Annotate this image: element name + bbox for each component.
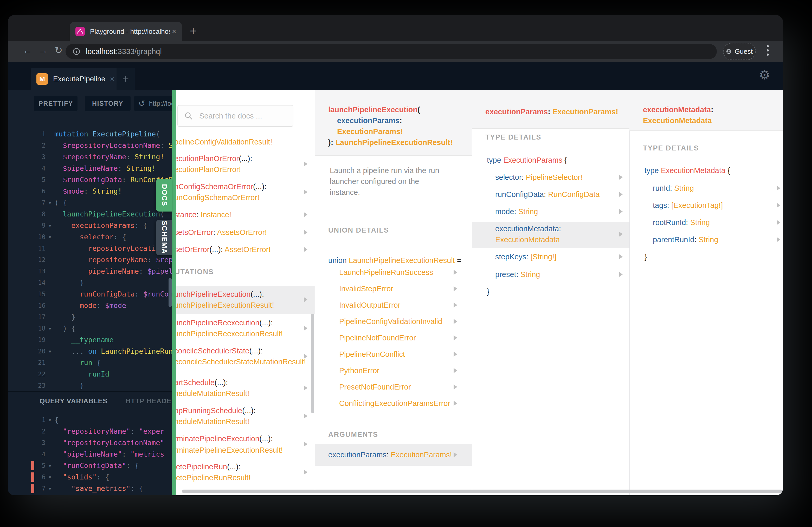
forward-icon[interactable]: → xyxy=(39,45,48,56)
fold-caret-icon[interactable]: ▾ xyxy=(45,474,54,480)
expand-arrow-icon[interactable] xyxy=(454,368,457,373)
expand-arrow-icon[interactable] xyxy=(619,192,623,197)
code-line[interactable]: 11 repositoryLocationName: $repositoryLo… xyxy=(8,243,172,254)
code-line[interactable]: 23 } xyxy=(8,380,172,391)
docs-item[interactable]: parentRunId: String xyxy=(653,234,719,245)
docs-item[interactable]: opRunningSchedule(...): xyxy=(176,405,256,416)
expand-arrow-icon[interactable] xyxy=(454,452,457,457)
docs-item[interactable]: type ExecutionParams { xyxy=(487,155,567,166)
variables-editor[interactable]: 1▾{2 "repositoryName": "exper3 "reposito… xyxy=(8,410,172,494)
docs-item[interactable]: PipelineNotFoundError xyxy=(339,332,416,343)
code-line[interactable]: 2 $repositoryLocationName: String! xyxy=(8,140,172,151)
new-session-button[interactable]: + xyxy=(117,68,135,90)
expand-arrow-icon[interactable] xyxy=(619,272,623,277)
code-line[interactable]: 6 $mode: String! xyxy=(8,185,172,197)
docs-item[interactable]: letePipelineRun(...): xyxy=(176,461,241,472)
expand-arrow-icon[interactable] xyxy=(777,185,780,191)
code-line[interactable]: 5▾ "runConfigData": { xyxy=(8,460,172,471)
tab-close-icon[interactable]: × xyxy=(172,27,176,36)
docs-item[interactable]: stance: Instance! xyxy=(176,209,231,220)
code-line[interactable]: 12 repositoryName: $repositoryName xyxy=(8,254,172,266)
address-bar[interactable]: localhost:3333/graphql xyxy=(66,44,717,59)
expand-arrow-icon[interactable] xyxy=(304,212,307,217)
expand-arrow-icon[interactable] xyxy=(619,209,623,214)
expand-arrow-icon[interactable] xyxy=(619,254,623,259)
docs-item[interactable]: unchPipelineExecutionResult! xyxy=(176,300,274,311)
fold-caret-icon[interactable]: ▾ xyxy=(45,326,54,332)
code-line[interactable]: 22 runId xyxy=(8,368,172,380)
docs-item[interactable]: artSchedule(...): xyxy=(176,377,228,388)
docs-item[interactable]: PipelineRunConflict xyxy=(339,349,405,360)
expand-arrow-icon[interactable] xyxy=(304,230,307,235)
code-line[interactable]: 3 $repositoryName: String! xyxy=(8,151,172,163)
docs-item[interactable]: heduleMutationResult! xyxy=(176,416,249,427)
docs-item[interactable]: PipelineConfigValidationInvalid xyxy=(339,316,442,327)
expand-arrow-icon[interactable] xyxy=(454,270,457,275)
expand-arrow-icon[interactable] xyxy=(777,203,780,208)
fold-caret-icon[interactable]: ▾ xyxy=(45,417,54,423)
docs-item[interactable]: unConfigSchemaOrError! xyxy=(176,192,259,203)
docs-resize-handle[interactable] xyxy=(172,90,176,495)
expand-arrow-icon[interactable] xyxy=(454,319,457,324)
code-line[interactable]: 7▾) { xyxy=(8,197,172,208)
history-button[interactable]: HISTORY xyxy=(85,96,131,111)
site-info-icon[interactable] xyxy=(72,47,81,56)
docs-item[interactable]: ConflictingExecutionParamsError xyxy=(339,398,450,409)
code-line[interactable]: 19 __typename xyxy=(8,334,172,346)
editor-scrollbar[interactable] xyxy=(169,278,172,307)
new-tab-button[interactable]: + xyxy=(190,25,197,37)
expand-arrow-icon[interactable] xyxy=(304,413,307,419)
docs-item[interactable]: PythonError xyxy=(339,365,379,376)
code-line[interactable]: 1▾{ xyxy=(8,414,172,426)
docs-item[interactable]: LaunchPipelineRunSuccess xyxy=(339,267,433,278)
docs-item[interactable]: unchPipelineExecution(...): xyxy=(176,289,264,300)
expand-arrow-icon[interactable] xyxy=(454,351,457,357)
session-tab[interactable]: M ExecutePipeline × xyxy=(31,68,121,90)
docs-item[interactable]: tags: [ExecutionTag!] xyxy=(653,200,723,211)
docs-item[interactable]: setOrError(...): AssetOrError! xyxy=(176,244,271,255)
code-line[interactable]: 2 "repositoryName": "exper xyxy=(8,426,172,437)
fold-caret-icon[interactable]: ▾ xyxy=(45,223,54,229)
docs-item[interactable]: selector: PipelineSelector! xyxy=(495,172,582,183)
docs-item[interactable]: launcher configured on the xyxy=(330,176,419,187)
expand-arrow-icon[interactable] xyxy=(304,470,307,475)
code-line[interactable]: 18▾ ) { xyxy=(8,323,172,334)
docs-item[interactable]: InvalidStepError xyxy=(339,283,393,294)
docs-item[interactable]: } xyxy=(487,286,490,297)
docs-item[interactable]: letePipelineRunResult! xyxy=(176,472,250,483)
expand-arrow-icon[interactable] xyxy=(304,247,307,252)
expand-arrow-icon[interactable] xyxy=(454,401,457,406)
fold-caret-icon[interactable]: ▾ xyxy=(45,486,54,492)
fold-caret-icon[interactable]: ▾ xyxy=(45,348,54,355)
endpoint-reload-icon[interactable]: ↺ xyxy=(139,99,145,108)
docs-tab[interactable]: DOCS xyxy=(156,179,172,212)
tab-query-variables[interactable]: QUERY VARIABLES xyxy=(40,397,108,405)
docs-item[interactable]: runConfigData: RunConfigData xyxy=(495,189,599,200)
expand-arrow-icon[interactable] xyxy=(454,384,457,390)
reload-icon[interactable]: ↻ xyxy=(55,45,62,56)
docs-item[interactable]: concileSchedulerState(...): xyxy=(176,345,263,356)
docs-item[interactable]: unchPipelineReexecution(...): xyxy=(176,317,273,328)
docs-item[interactable]: rminatePipelineExecutionResult! xyxy=(176,445,283,455)
docs-search-input[interactable] xyxy=(199,111,282,121)
docs-item[interactable]: type ExecutionMetadata { xyxy=(644,165,730,176)
docs-search-box[interactable] xyxy=(177,105,293,127)
docs-item[interactable]: runId: String xyxy=(653,183,694,194)
browser-tab[interactable]: Playground - http://localhost:3 × xyxy=(70,22,182,41)
expand-arrow-icon[interactable] xyxy=(777,220,780,225)
code-line[interactable]: 8 launchPipelineExecution( xyxy=(8,208,172,220)
docs-item[interactable]: InvalidOutputError xyxy=(339,300,400,311)
docs-item[interactable]: unchPipelineReexecutionResult! xyxy=(176,328,283,339)
code-line[interactable]: 6▾ "solids": { xyxy=(8,471,172,483)
expand-arrow-icon[interactable] xyxy=(777,237,780,242)
code-line[interactable]: 13 pipelineName: $pipelineName xyxy=(8,266,172,277)
expand-arrow-icon[interactable] xyxy=(619,231,623,237)
fold-caret-icon[interactable]: ▾ xyxy=(45,200,54,206)
docs-item[interactable]: nConfigSchemaOrError(...): xyxy=(176,181,266,192)
expand-arrow-icon[interactable] xyxy=(304,354,307,359)
fold-caret-icon[interactable]: ▾ xyxy=(45,463,54,469)
schema-tab[interactable]: SCHEMA xyxy=(156,220,172,255)
expand-arrow-icon[interactable] xyxy=(304,297,307,302)
expand-arrow-icon[interactable] xyxy=(619,175,623,180)
code-line[interactable]: 4 $pipelineName: String! xyxy=(8,163,172,174)
